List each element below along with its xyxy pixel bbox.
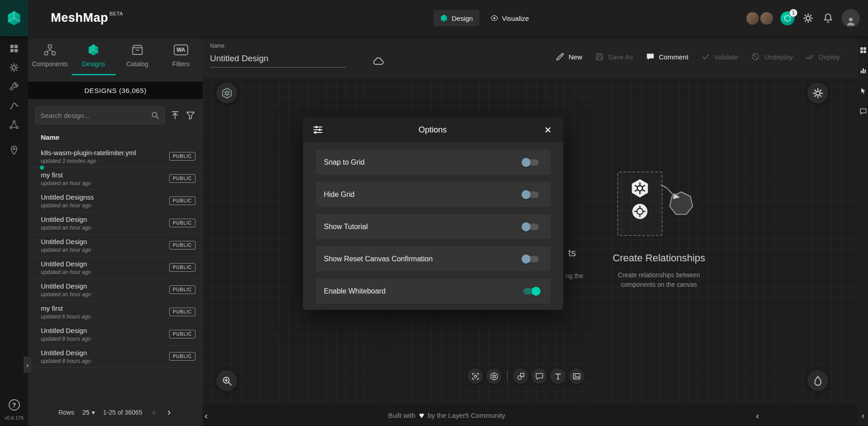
- design-list-item[interactable]: Untitled Design updated 8 hours ago PUBL…: [28, 346, 203, 368]
- expand-right-dock-chevron-icon[interactable]: ‹: [858, 411, 868, 421]
- text-tool[interactable]: [550, 368, 566, 384]
- design-actions: New Save As Comment Validate Undeploy: [556, 52, 840, 61]
- component-scan-tool[interactable]: [468, 368, 483, 384]
- tab-designs[interactable]: Designs: [72, 36, 115, 75]
- design-list-item[interactable]: Untitled Designss updated an hour ago PU…: [28, 190, 203, 212]
- design-list-item[interactable]: my first updated 6 hours ago PUBLIC: [28, 301, 203, 323]
- design-list-item[interactable]: my first updated an hour ago PUBLIC: [28, 168, 203, 190]
- visualize-mode-button[interactable]: Visualize: [484, 10, 536, 26]
- collaborator-avatar[interactable]: [760, 12, 773, 25]
- visibility-badge: PUBLIC: [169, 196, 195, 205]
- comment-tool[interactable]: [532, 368, 547, 384]
- design-name: Untitled Designss: [41, 193, 154, 201]
- gear-icon: [803, 13, 814, 24]
- location-pin-icon[interactable]: [9, 145, 19, 155]
- settings-button[interactable]: [802, 12, 814, 24]
- mesh-topology-icon[interactable]: [9, 120, 19, 130]
- search-row: [28, 99, 203, 124]
- person-icon: [845, 15, 857, 27]
- validate-button[interactable]: Validate: [701, 52, 738, 61]
- user-avatar[interactable]: [842, 9, 860, 27]
- footer-credit: Built with ♥ by the Layer5 Community: [388, 411, 505, 421]
- import-design-button[interactable]: [170, 110, 180, 120]
- next-page-button[interactable]: ›: [166, 408, 172, 417]
- design-list-item[interactable]: Untitled Design updated 8 hours ago PUBL…: [28, 323, 203, 346]
- kubernetes-tool[interactable]: [486, 368, 502, 384]
- comment-icon: [646, 52, 655, 61]
- text-icon: [554, 372, 562, 381]
- design-name-input[interactable]: [210, 53, 346, 68]
- media-tool[interactable]: [569, 368, 584, 384]
- sync-status-button[interactable]: [372, 54, 385, 67]
- drop-icon: [812, 375, 824, 387]
- design-name: Untitled Design: [41, 238, 154, 245]
- kubernetes-quick-button[interactable]: [216, 83, 237, 103]
- design-toolbar: Name New Save As Comment: [203, 36, 858, 77]
- panel-expander-handle[interactable]: ›: [24, 357, 31, 373]
- heart-icon: ♥: [419, 411, 424, 421]
- design-list-item[interactable]: Untitled Design updated an hour ago PUBL…: [28, 235, 203, 257]
- design-mode-label: Design: [452, 15, 473, 22]
- undeploy-button[interactable]: Undeploy: [751, 52, 793, 61]
- reset-canvas-confirmation-toggle[interactable]: [522, 254, 541, 264]
- deploy-button[interactable]: Deploy: [805, 52, 840, 61]
- visibility-badge: PUBLIC: [169, 174, 195, 183]
- chart-icon[interactable]: [859, 67, 867, 74]
- snapshot-drop-button[interactable]: [807, 370, 828, 391]
- hide-grid-toggle[interactable]: [522, 190, 541, 200]
- cursor-icon[interactable]: [859, 87, 867, 95]
- previous-page-button[interactable]: ‹: [151, 408, 157, 417]
- design-name: Untitled Design: [41, 215, 154, 223]
- canvas-settings-button[interactable]: [807, 83, 828, 103]
- close-icon[interactable]: ×: [541, 123, 554, 136]
- catalog-icon: [131, 43, 144, 57]
- lifecycle-gear-icon[interactable]: [9, 63, 19, 73]
- enable-whiteboard-toggle[interactable]: [522, 286, 541, 296]
- design-list-item[interactable]: Untitled Design updated an hour ago PUBL…: [28, 279, 203, 301]
- notification-badge-button[interactable]: 1: [780, 11, 795, 25]
- design-list-item[interactable]: Untitled Design updated an hour ago PUBL…: [28, 212, 203, 235]
- notifications-button[interactable]: [822, 12, 834, 24]
- configuration-wrench-icon[interactable]: [9, 82, 19, 92]
- new-design-button[interactable]: New: [556, 52, 582, 61]
- rows-per-page-select[interactable]: 25 ▾: [83, 409, 95, 416]
- design-list-item[interactable]: k8s-wasm-plugin-ratelimiter.yml updated …: [28, 146, 203, 168]
- comment-icon[interactable]: [859, 108, 867, 115]
- collapse-left-chevron-icon[interactable]: ‹: [205, 410, 208, 421]
- app-title: MeshMapBETA: [51, 11, 123, 25]
- filter-button[interactable]: [185, 110, 195, 120]
- slash-circle-icon: [751, 52, 760, 61]
- show-tutorial-toggle[interactable]: [522, 222, 541, 232]
- right-dock-strip: ‹: [858, 36, 868, 426]
- mode-switcher: Design Visualize: [434, 10, 535, 26]
- collaborator-avatar[interactable]: [746, 12, 759, 25]
- performance-curve-icon[interactable]: [9, 101, 19, 111]
- grid-view-icon[interactable]: [859, 46, 867, 54]
- snap-to-grid-toggle[interactable]: [522, 157, 541, 167]
- option-row-reset-canvas-confirmation: Show Reset Canvas Confirmation: [316, 246, 551, 271]
- tab-label: Filters: [172, 60, 190, 68]
- layer5-logo[interactable]: [0, 0, 28, 36]
- shapes-tool[interactable]: [513, 368, 528, 384]
- help-button[interactable]: ?: [9, 399, 20, 411]
- search-input[interactable]: [40, 112, 151, 119]
- zoom-button[interactable]: [216, 370, 237, 391]
- tutorial-title: Create Relationships: [577, 252, 741, 264]
- save-as-button[interactable]: Save As: [595, 52, 633, 61]
- option-label: Show Tutorial: [324, 223, 368, 231]
- tab-filters[interactable]: WA Filters: [159, 36, 203, 75]
- name-field-label: Name: [210, 43, 346, 49]
- comment-button[interactable]: Comment: [646, 52, 688, 61]
- design-canvas[interactable]: ts ng the: [203, 77, 858, 405]
- designs-panel: Components Designs Catalog WA Filters DE…: [28, 36, 203, 426]
- option-label: Hide Grid: [324, 191, 355, 199]
- visualize-mode-label: Visualize: [502, 15, 529, 22]
- tab-catalog[interactable]: Catalog: [116, 36, 159, 75]
- dashboard-icon[interactable]: [9, 44, 19, 54]
- collapse-dock-chevron-icon[interactable]: ‹: [756, 410, 759, 421]
- search-icon: [151, 111, 160, 120]
- design-mode-button[interactable]: Design: [434, 10, 479, 26]
- rail-icons: [0, 36, 28, 155]
- design-list-item[interactable]: Untitled Design updated an hour ago PUBL…: [28, 257, 203, 279]
- tab-components[interactable]: Components: [28, 36, 72, 75]
